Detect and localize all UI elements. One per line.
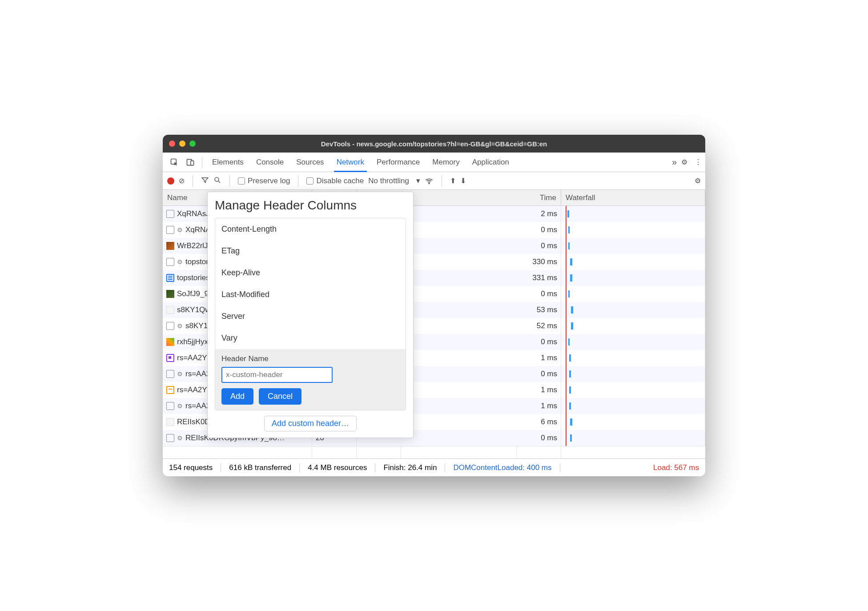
- popup-title: Manage Header Columns: [208, 198, 413, 218]
- devtools-window: DevTools - news.google.com/topstories?hl…: [163, 135, 705, 476]
- waterfall-cell: [561, 398, 705, 414]
- waterfall-cell: [561, 430, 705, 446]
- waterfall-cell: [561, 270, 705, 286]
- gear-icon: ⚙: [177, 322, 183, 330]
- device-toolbar-icon[interactable]: [182, 154, 198, 170]
- waterfall-cell: [561, 366, 705, 382]
- throttling-select[interactable]: No throttling ▾: [368, 176, 420, 185]
- svg-point-3: [215, 177, 219, 181]
- separator: [202, 157, 202, 168]
- waterfall-cell: [561, 206, 705, 222]
- record-button[interactable]: [167, 177, 174, 185]
- manage-header-columns-popup: Manage Header Columns Content-Length ETa…: [207, 192, 414, 438]
- waterfall-cell: [561, 222, 705, 238]
- status-load: Load: 567 ms: [645, 463, 699, 472]
- header-name-label: Header Name: [221, 354, 269, 363]
- search-icon[interactable]: [213, 176, 221, 186]
- clear-icon[interactable]: ⊘: [179, 177, 185, 185]
- waterfall-cell: [561, 254, 705, 270]
- waterfall-cell: [561, 302, 705, 318]
- tab-elements[interactable]: Elements: [206, 153, 250, 172]
- header-item[interactable]: Last-Modified: [215, 284, 406, 306]
- tab-network[interactable]: Network: [330, 153, 370, 172]
- waterfall-cell: [561, 318, 705, 334]
- waterfall-cell: [561, 286, 705, 302]
- close-window-button[interactable]: [169, 141, 175, 147]
- tab-performance[interactable]: Performance: [370, 153, 426, 172]
- header-name-input[interactable]: [221, 367, 333, 383]
- status-resources: 4.4 MB resources: [300, 463, 375, 472]
- network-conditions-icon[interactable]: [425, 176, 434, 186]
- column-waterfall[interactable]: Waterfall: [561, 190, 705, 205]
- disable-cache-checkbox[interactable]: Disable cache: [306, 177, 364, 185]
- preserve-log-checkbox[interactable]: Preserve log: [238, 177, 290, 185]
- gear-icon: ⚙: [177, 258, 183, 265]
- status-domcontentloaded: DOMContentLoaded: 400 ms: [445, 463, 560, 472]
- window-title: DevTools - news.google.com/topstories?hl…: [321, 140, 547, 148]
- kebab-menu-icon[interactable]: ⋮: [695, 158, 702, 166]
- more-tabs-icon[interactable]: »: [667, 157, 681, 167]
- minimize-window-button[interactable]: [179, 141, 185, 147]
- add-custom-header-button[interactable]: Add custom header…: [264, 416, 357, 431]
- network-settings-icon[interactable]: ⚙: [695, 177, 701, 185]
- network-toolbar: ⊘ Preserve log Disable cache No throttli…: [163, 172, 705, 190]
- status-transferred: 616 kB transferred: [221, 463, 300, 472]
- settings-icon[interactable]: ⚙: [681, 158, 687, 166]
- tab-memory[interactable]: Memory: [426, 153, 466, 172]
- status-requests: 154 requests: [169, 463, 221, 472]
- svg-point-4: [429, 183, 430, 184]
- gear-icon: ⚙: [177, 434, 183, 442]
- cancel-button[interactable]: Cancel: [259, 388, 301, 405]
- table-footer-spacer: [163, 446, 705, 458]
- panel-tabstrip: Elements Console Sources Network Perform…: [163, 153, 705, 172]
- status-bar: 154 requests 616 kB transferred 4.4 MB r…: [163, 458, 705, 476]
- header-item[interactable]: Vary: [215, 327, 406, 349]
- status-finish: Finish: 26.4 min: [375, 463, 445, 472]
- header-item[interactable]: Keep-Alive: [215, 262, 406, 284]
- maximize-window-button[interactable]: [189, 141, 196, 147]
- gear-icon: ⚙: [177, 370, 183, 378]
- waterfall-cell: [561, 350, 705, 366]
- add-button[interactable]: Add: [221, 388, 253, 405]
- filter-icon[interactable]: [201, 176, 209, 186]
- waterfall-cell: [561, 334, 705, 350]
- header-list: Content-Length ETag Keep-Alive Last-Modi…: [215, 218, 406, 410]
- upload-har-icon[interactable]: ⬆: [450, 177, 456, 185]
- gear-icon: ⚙: [177, 402, 183, 410]
- header-item[interactable]: Content-Length: [215, 218, 406, 240]
- tab-console[interactable]: Console: [250, 153, 290, 172]
- gear-icon: ⚙: [177, 226, 183, 233]
- titlebar: DevTools - news.google.com/topstories?hl…: [163, 135, 705, 153]
- waterfall-load-line: [566, 206, 567, 446]
- tab-sources[interactable]: Sources: [290, 153, 330, 172]
- request-table: Manage Header Columns Content-Length ETa…: [163, 206, 705, 446]
- custom-header-form: Header Name Add Cancel: [215, 349, 406, 410]
- inspect-element-icon[interactable]: [166, 154, 182, 170]
- svg-rect-2: [191, 161, 194, 165]
- header-item[interactable]: Server: [215, 306, 406, 327]
- waterfall-cell: [561, 238, 705, 254]
- header-item[interactable]: ETag: [215, 240, 406, 262]
- traffic-lights: [169, 141, 196, 147]
- download-har-icon[interactable]: ⬇: [460, 177, 466, 185]
- waterfall-cell: [561, 414, 705, 430]
- tab-application[interactable]: Application: [466, 153, 515, 172]
- waterfall-cell: [561, 382, 705, 398]
